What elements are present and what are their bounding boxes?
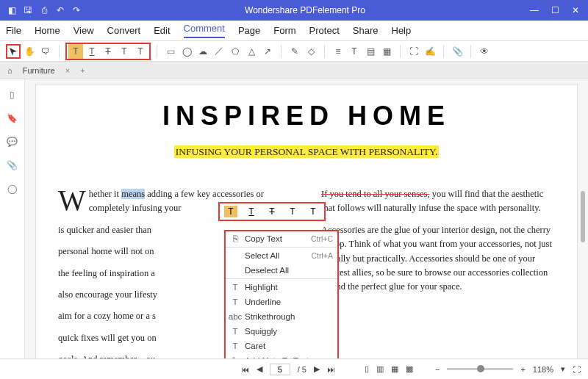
float-squiggly-icon[interactable]: T bbox=[286, 206, 299, 217]
view-continuous-icon[interactable]: ▥ bbox=[376, 364, 384, 374]
strikethrough-icon[interactable]: T bbox=[101, 44, 115, 59]
tab-label[interactable]: Furniture bbox=[23, 66, 55, 75]
squiggly-icon[interactable]: T bbox=[117, 44, 132, 59]
menu-comment[interactable]: Comment bbox=[184, 23, 225, 38]
print-icon[interactable]: ⎙ bbox=[38, 4, 50, 16]
page-total: / 5 bbox=[298, 365, 306, 374]
view-facing-icon[interactable]: ▦ bbox=[391, 364, 398, 374]
menu-home[interactable]: Home bbox=[35, 25, 60, 36]
comments-panel-icon[interactable]: 💬 bbox=[6, 135, 19, 148]
textmarkup-group: T T T T T bbox=[65, 43, 151, 60]
search-panel-icon[interactable]: ◯ bbox=[6, 182, 19, 195]
zoom-in-icon[interactable]: + bbox=[520, 365, 525, 374]
menubar: File Home View Convert Edit Comment Page… bbox=[0, 21, 588, 41]
view-cfacing-icon[interactable]: ▩ bbox=[406, 364, 413, 374]
ctx-item[interactable]: Select AllCtrl+A bbox=[226, 248, 337, 263]
menu-share[interactable]: Share bbox=[353, 25, 379, 36]
ctx-item[interactable]: THighlight bbox=[226, 280, 337, 295]
new-tab-icon[interactable]: + bbox=[80, 66, 85, 75]
line-icon[interactable]: ／ bbox=[212, 44, 226, 59]
next-page-icon[interactable]: ▶ bbox=[314, 364, 320, 374]
underline-icon[interactable]: T bbox=[85, 44, 99, 59]
app-logo-icon: ◧ bbox=[6, 4, 18, 16]
attachment-icon[interactable]: 📎 bbox=[450, 44, 465, 59]
close-icon[interactable]: ✕ bbox=[569, 5, 582, 15]
hide-annot-icon[interactable]: 👁 bbox=[477, 44, 492, 59]
view-single-icon[interactable]: ▯ bbox=[365, 364, 369, 374]
attachments-panel-icon[interactable]: 📎 bbox=[6, 159, 19, 172]
ctx-item[interactable]: TUnderline bbox=[226, 295, 337, 309]
page-canvas: INSPIRED HOME INFUSING YOUR PERSONAL SPA… bbox=[35, 84, 578, 358]
oval-icon[interactable]: ◯ bbox=[179, 44, 194, 59]
pencil-icon[interactable]: ✎ bbox=[287, 44, 302, 59]
bookmarks-icon[interactable]: 🔖 bbox=[6, 112, 19, 125]
ctx-item[interactable]: Deselect All bbox=[226, 263, 337, 278]
menu-protect[interactable]: Protect bbox=[309, 25, 340, 36]
prev-page-icon[interactable]: ◀ bbox=[257, 364, 262, 374]
menu-view[interactable]: View bbox=[74, 25, 94, 36]
menu-edit[interactable]: Edit bbox=[154, 25, 170, 36]
zoom-value: 118% bbox=[533, 365, 553, 374]
menu-convert[interactable]: Convert bbox=[107, 25, 141, 36]
float-underline-icon[interactable]: T bbox=[245, 206, 258, 217]
caret-icon[interactable]: T bbox=[133, 44, 148, 59]
cloud-icon[interactable]: ☁ bbox=[196, 44, 210, 59]
polyline-icon[interactable]: △ bbox=[244, 44, 259, 59]
zoom-dropdown-icon[interactable]: ▾ bbox=[561, 364, 565, 374]
menu-file[interactable]: File bbox=[6, 25, 21, 36]
minimize-icon[interactable]: — bbox=[528, 5, 541, 15]
menu-help[interactable]: Help bbox=[392, 25, 412, 36]
highlight-icon[interactable]: T bbox=[68, 44, 83, 59]
stamp-icon[interactable]: ⛶ bbox=[406, 44, 421, 59]
float-highlight-icon[interactable]: T bbox=[224, 206, 237, 217]
vertical-scrollbar[interactable] bbox=[581, 191, 585, 242]
floating-textmarkup-toolbar: T T T T T bbox=[218, 202, 326, 221]
fullscreen-icon[interactable]: ⛶ bbox=[573, 365, 581, 374]
statusbar: ⏮ ◀ / 5 ▶ ⏭ ▯ ▥ ▦ ▩ − + 118% ▾ ⛶ bbox=[0, 358, 588, 379]
ctx-item[interactable]: abcStrikethrough bbox=[226, 309, 337, 324]
left-rail: ▯ 🔖 💬 📎 ◯ bbox=[0, 79, 25, 358]
eraser-icon[interactable]: ◇ bbox=[304, 44, 318, 59]
menu-page[interactable]: Page bbox=[238, 25, 260, 36]
body-col2-p1: If you tend to all your senses, you will… bbox=[321, 187, 555, 216]
rectangle-icon[interactable]: ▭ bbox=[163, 44, 178, 59]
page-heading: INSPIRED HOME bbox=[58, 101, 555, 131]
ctx-item[interactable]: TCaret bbox=[226, 339, 337, 353]
callout-icon[interactable]: ▤ bbox=[363, 44, 378, 59]
select-tool-icon[interactable] bbox=[6, 44, 21, 59]
signature-icon[interactable]: ✍ bbox=[423, 44, 437, 59]
float-strike-icon[interactable]: T bbox=[265, 206, 279, 217]
hand-tool-icon[interactable]: ✋ bbox=[22, 44, 37, 59]
save-icon[interactable]: 🖫 bbox=[22, 4, 34, 16]
home-nav-icon[interactable]: ⌂ bbox=[7, 66, 12, 75]
polygon-icon[interactable]: ⬠ bbox=[228, 44, 243, 59]
areabox-icon[interactable]: ▦ bbox=[379, 44, 394, 59]
ctx-item[interactable]: ✎Add Note To Text bbox=[226, 353, 337, 358]
zoom-slider[interactable] bbox=[447, 368, 513, 370]
toolbar: ✋ 🗨 T T T T T ▭ ◯ ☁ ／ ⬠ △ ↗ ✎ ◇ ≡ T ▤ ▦ … bbox=[0, 41, 588, 62]
ctx-item[interactable]: TSquiggly bbox=[226, 324, 337, 339]
page-subtitle: INFUSING YOUR PERSONAL SPACE WITH PERSON… bbox=[174, 145, 440, 158]
window-title: Wondershare PDFelement Pro bbox=[82, 5, 528, 15]
thumbnails-icon[interactable]: ▯ bbox=[6, 88, 19, 101]
typewriter-icon[interactable]: ≡ bbox=[331, 44, 345, 59]
last-page-icon[interactable]: ⏭ bbox=[327, 365, 335, 374]
note-icon[interactable]: 🗨 bbox=[38, 44, 53, 59]
ctx-item[interactable]: ⎘Copy TextCtrl+C bbox=[226, 231, 337, 246]
float-caret-icon[interactable]: T bbox=[306, 206, 320, 217]
zoom-out-icon[interactable]: − bbox=[435, 365, 440, 374]
redo-icon[interactable]: ↷ bbox=[71, 4, 82, 16]
arrow-icon[interactable]: ↗ bbox=[260, 44, 275, 59]
tab-close-icon[interactable]: × bbox=[65, 66, 70, 75]
first-page-icon[interactable]: ⏮ bbox=[241, 365, 249, 374]
body-col2-p2: Accessories are the glue of your interio… bbox=[321, 223, 555, 295]
menu-form[interactable]: Form bbox=[273, 25, 295, 36]
undo-icon[interactable]: ↶ bbox=[54, 4, 66, 16]
maximize-icon[interactable]: ☐ bbox=[548, 5, 562, 15]
page-number-input[interactable] bbox=[270, 364, 290, 375]
context-menu: ⎘Copy TextCtrl+CSelect AllCtrl+ADeselect… bbox=[224, 230, 339, 358]
textbox-icon[interactable]: T bbox=[347, 44, 362, 59]
